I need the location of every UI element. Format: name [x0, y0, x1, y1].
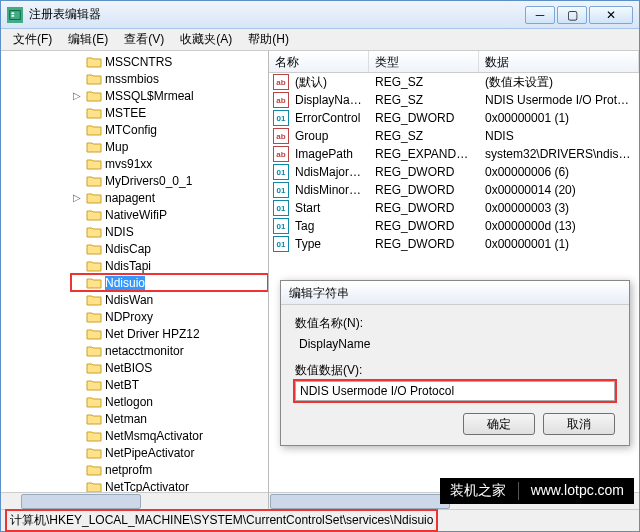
tree-label: mvs91xx — [105, 157, 152, 171]
cell-type: REG_SZ — [369, 75, 479, 89]
list-row[interactable]: abDisplayNameREG_SZNDIS Usermode I/O Pro… — [269, 91, 639, 109]
list-row[interactable]: ab(默认)REG_SZ(数值未设置) — [269, 73, 639, 91]
tree-node[interactable]: NetBT — [71, 376, 268, 393]
tree-label: NDProxy — [105, 310, 153, 324]
list-row[interactable]: 01TagREG_DWORD0x0000000d (13) — [269, 217, 639, 235]
tree-node[interactable]: NetMsmqActivator — [71, 427, 268, 444]
folder-icon — [86, 446, 102, 460]
col-type[interactable]: 类型 — [369, 51, 479, 72]
folder-icon — [86, 225, 102, 239]
tree-label: MTConfig — [105, 123, 157, 137]
tree-label: NativeWifiP — [105, 208, 167, 222]
cell-data: NDIS Usermode I/O Protocol — [479, 93, 639, 107]
cell-type: REG_SZ — [369, 129, 479, 143]
cell-type: REG_DWORD — [369, 165, 479, 179]
titlebar[interactable]: 注册表编辑器 ─ ▢ ✕ — [1, 1, 639, 29]
folder-icon — [86, 140, 102, 154]
folder-icon — [86, 72, 102, 86]
expander-icon[interactable]: ▷ — [71, 90, 83, 101]
tree-hscroll[interactable] — [1, 492, 268, 509]
ok-button[interactable]: 确定 — [463, 413, 535, 435]
list-row[interactable]: 01ErrorControlREG_DWORD0x00000001 (1) — [269, 109, 639, 127]
tree-label: NetBT — [105, 378, 139, 392]
tree-node[interactable]: Net Driver HPZ12 — [71, 325, 268, 342]
folder-icon — [86, 191, 102, 205]
tree-node[interactable]: ▷MSSQL$Mrmeal — [71, 87, 268, 104]
list-row[interactable]: 01NdisMinorVer...REG_DWORD0x00000014 (20… — [269, 181, 639, 199]
close-button[interactable]: ✕ — [589, 6, 633, 24]
folder-icon — [86, 293, 102, 307]
folder-icon — [86, 344, 102, 358]
menu-favorites[interactable]: 收藏夹(A) — [172, 29, 240, 50]
list-row[interactable]: abGroupREG_SZNDIS — [269, 127, 639, 145]
tree-pane[interactable]: MSSCNTRSmssmbios▷MSSQL$MrmealMSTEEMTConf… — [1, 51, 269, 509]
tree-node[interactable]: MTConfig — [71, 121, 268, 138]
status-path: 计算机\HKEY_LOCAL_MACHINE\SYSTEM\CurrentCon… — [7, 511, 436, 530]
tree-node[interactable]: MyDrivers0_0_1 — [71, 172, 268, 189]
tree-node[interactable]: Mup — [71, 138, 268, 155]
menu-view[interactable]: 查看(V) — [116, 29, 172, 50]
tree-node[interactable]: NDProxy — [71, 308, 268, 325]
menu-help[interactable]: 帮助(H) — [240, 29, 297, 50]
cell-name: NdisMinorVer... — [289, 183, 369, 197]
list-row[interactable]: 01TypeREG_DWORD0x00000001 (1) — [269, 235, 639, 253]
cell-data: 0x00000003 (3) — [479, 201, 639, 215]
cell-data: 0x0000000d (13) — [479, 219, 639, 233]
col-name[interactable]: 名称 — [269, 51, 369, 72]
tree-node[interactable]: NdisTapi — [71, 257, 268, 274]
folder-icon — [86, 276, 102, 290]
maximize-button[interactable]: ▢ — [557, 6, 587, 24]
binary-value-icon: 01 — [273, 218, 289, 234]
dialog-body: 数值名称(N): 数值数据(V): 确定 取消 — [281, 305, 629, 445]
tree-node[interactable]: mssmbios — [71, 70, 268, 87]
tree-node[interactable]: netprofm — [71, 461, 268, 478]
cell-data: 0x00000006 (6) — [479, 165, 639, 179]
tree-label: netprofm — [105, 463, 152, 477]
folder-icon — [86, 310, 102, 324]
tree-node[interactable]: mvs91xx — [71, 155, 268, 172]
folder-icon — [86, 174, 102, 188]
string-value-icon: ab — [273, 74, 289, 90]
menu-file[interactable]: 文件(F) — [5, 29, 60, 50]
list-row[interactable]: 01NdisMajorVer...REG_DWORD0x00000006 (6) — [269, 163, 639, 181]
tree-node[interactable]: netacctmonitor — [71, 342, 268, 359]
cancel-button[interactable]: 取消 — [543, 413, 615, 435]
value-data-field[interactable] — [295, 381, 615, 401]
cell-type: REG_DWORD — [369, 201, 479, 215]
tree-node[interactable]: NetBIOS — [71, 359, 268, 376]
cell-name: ImagePath — [289, 147, 369, 161]
tree-node[interactable]: NetPipeActivator — [71, 444, 268, 461]
list-row[interactable]: abImagePathREG_EXPAND_SZsystem32\DRIVERS… — [269, 145, 639, 163]
dialog-title[interactable]: 编辑字符串 — [281, 281, 629, 305]
cell-name: Tag — [289, 219, 369, 233]
svg-rect-2 — [12, 15, 15, 17]
cell-type: REG_DWORD — [369, 219, 479, 233]
tree-label: MSSQL$Mrmeal — [105, 89, 194, 103]
tree-node[interactable]: ▷napagent — [71, 189, 268, 206]
menu-edit[interactable]: 编辑(E) — [60, 29, 116, 50]
menubar: 文件(F) 编辑(E) 查看(V) 收藏夹(A) 帮助(H) — [1, 29, 639, 51]
edit-string-dialog[interactable]: 编辑字符串 数值名称(N): 数值数据(V): 确定 取消 — [280, 280, 630, 446]
col-data[interactable]: 数据 — [479, 51, 639, 72]
tree-node[interactable]: Netman — [71, 410, 268, 427]
tree-node[interactable]: NdisWan — [71, 291, 268, 308]
cell-data: NDIS — [479, 129, 639, 143]
tree-node[interactable]: MSSCNTRS — [71, 53, 268, 70]
cell-name: Start — [289, 201, 369, 215]
tree-node[interactable]: NdisCap — [71, 240, 268, 257]
list-row[interactable]: 01StartREG_DWORD0x00000003 (3) — [269, 199, 639, 217]
tree-node[interactable]: Netlogon — [71, 393, 268, 410]
window-controls: ─ ▢ ✕ — [523, 6, 633, 24]
tree-label: napagent — [105, 191, 155, 205]
tree-node[interactable]: MSTEE — [71, 104, 268, 121]
folder-icon — [86, 463, 102, 477]
tree-node[interactable]: NDIS — [71, 223, 268, 240]
folder-icon — [86, 259, 102, 273]
expander-icon[interactable]: ▷ — [71, 192, 83, 203]
tree-node[interactable]: Ndisuio — [71, 274, 268, 291]
cell-name: Group — [289, 129, 369, 143]
minimize-button[interactable]: ─ — [525, 6, 555, 24]
value-name-label: 数值名称(N): — [295, 315, 615, 332]
tree-node[interactable]: NativeWifiP — [71, 206, 268, 223]
cell-name: NdisMajorVer... — [289, 165, 369, 179]
